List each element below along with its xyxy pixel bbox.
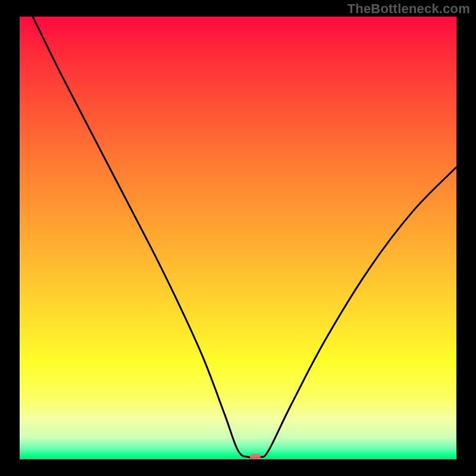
bottleneck-curve xyxy=(20,17,456,459)
plot-area xyxy=(20,17,456,459)
chart-frame: TheBottleneck.com xyxy=(0,0,476,476)
watermark-text: TheBottleneck.com xyxy=(347,1,470,17)
optimal-point-marker xyxy=(250,454,261,459)
